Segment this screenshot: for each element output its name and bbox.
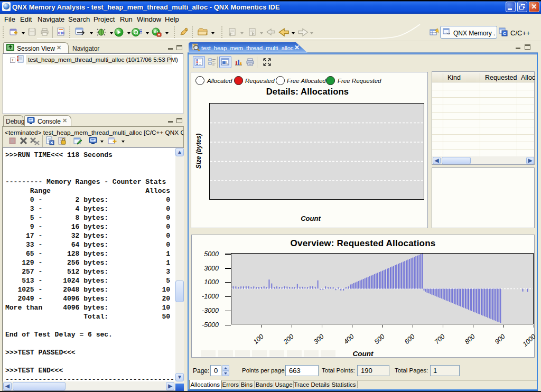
svg-text:010: 010 xyxy=(58,31,64,35)
svg-text:C: C xyxy=(503,31,506,36)
